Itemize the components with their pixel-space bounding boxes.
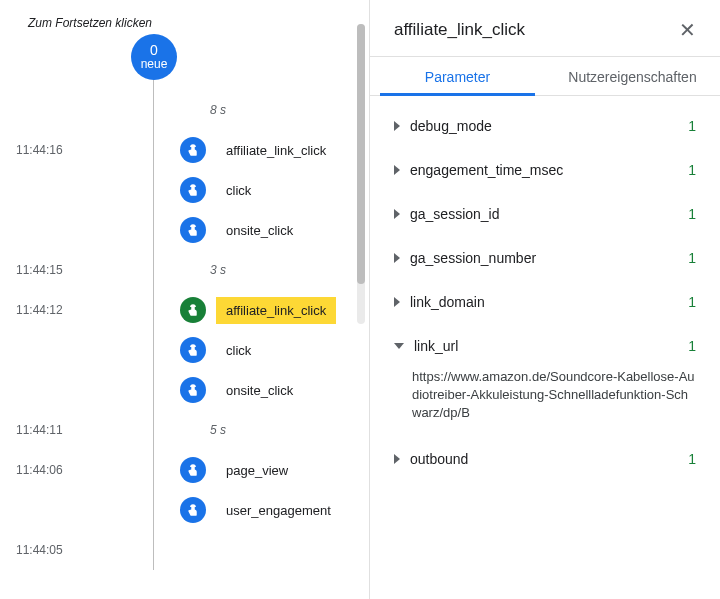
parameter-count: 1 — [688, 250, 696, 266]
chevron-right-icon — [394, 454, 400, 464]
timestamp: 11:44:06 — [16, 463, 76, 477]
parameter-row[interactable]: engagement_time_msec1 — [394, 148, 696, 192]
parameter-list: debug_mode1engagement_time_msec1ga_sessi… — [370, 96, 720, 489]
time-gap-label: 8 s — [210, 103, 226, 117]
touch-icon[interactable] — [180, 497, 206, 523]
parameter-count: 1 — [688, 118, 696, 134]
chevron-right-icon — [394, 121, 400, 131]
touch-icon[interactable] — [180, 177, 206, 203]
timestamp: 11:44:12 — [16, 303, 76, 317]
scrollbar-thumb[interactable] — [357, 24, 365, 284]
parameter-count: 1 — [688, 162, 696, 178]
event-item[interactable]: onsite_click — [216, 377, 303, 404]
event-item[interactable]: page_view — [216, 457, 298, 484]
parameter-name: ga_session_id — [410, 206, 500, 222]
touch-icon[interactable] — [180, 297, 206, 323]
event-item[interactable]: user_engagement — [216, 497, 341, 524]
timestamp: 11:44:05 — [16, 543, 76, 557]
timestamp: 11:44:15 — [16, 263, 76, 277]
parameter-row[interactable]: link_domain1 — [394, 280, 696, 324]
parameter-count: 1 — [688, 338, 696, 354]
close-icon[interactable]: ✕ — [679, 20, 696, 40]
parameter-row[interactable]: link_url1 — [394, 324, 696, 368]
parameter-count: 1 — [688, 451, 696, 467]
event-item[interactable]: click — [216, 337, 261, 364]
new-events-badge[interactable]: 0 neue — [131, 34, 177, 80]
chevron-right-icon — [394, 209, 400, 219]
tab-userprops[interactable]: Nutzereigenschaften — [545, 57, 720, 95]
scrollbar[interactable] — [357, 24, 365, 324]
touch-icon[interactable] — [180, 337, 206, 363]
parameter-name: debug_mode — [410, 118, 492, 134]
parameter-row[interactable]: debug_mode1 — [394, 104, 696, 148]
parameter-name: link_url — [414, 338, 458, 354]
detail-tabs: Parameter Nutzereigenschaften — [370, 57, 720, 96]
chevron-right-icon — [394, 253, 400, 263]
touch-icon[interactable] — [180, 377, 206, 403]
tab-parameter[interactable]: Parameter — [370, 57, 545, 95]
time-gap-label: 3 s — [210, 263, 226, 277]
detail-panel: affiliate_link_click ✕ Parameter Nutzere… — [370, 0, 720, 599]
chevron-right-icon — [394, 165, 400, 175]
parameter-name: outbound — [410, 451, 468, 467]
parameter-row[interactable]: ga_session_id1 — [394, 192, 696, 236]
parameter-name: link_domain — [410, 294, 485, 310]
parameter-row[interactable]: ga_session_number1 — [394, 236, 696, 280]
event-item[interactable]: affiliate_link_click — [216, 297, 336, 324]
resume-hint[interactable]: Zum Fortsetzen klicken — [28, 16, 369, 30]
timestamp: 11:44:11 — [16, 423, 76, 437]
event-item[interactable]: affiliate_link_click — [216, 137, 336, 164]
detail-title: affiliate_link_click — [394, 20, 525, 40]
parameter-name: ga_session_number — [410, 250, 536, 266]
timeline-panel: Zum Fortsetzen klicken 0 neue 8 s11:44:1… — [0, 0, 370, 599]
touch-icon[interactable] — [180, 137, 206, 163]
timestamp: 11:44:16 — [16, 143, 76, 157]
time-gap-label: 5 s — [210, 423, 226, 437]
parameter-row[interactable]: outbound1 — [394, 437, 696, 481]
parameter-value: https://www.amazon.de/Soundcore-Kabellos… — [412, 368, 696, 423]
event-item[interactable]: click — [216, 177, 261, 204]
touch-icon[interactable] — [180, 457, 206, 483]
event-item[interactable]: onsite_click — [216, 217, 303, 244]
touch-icon[interactable] — [180, 217, 206, 243]
chevron-right-icon — [394, 297, 400, 307]
parameter-count: 1 — [688, 206, 696, 222]
chevron-down-icon — [394, 343, 404, 349]
parameter-name: engagement_time_msec — [410, 162, 563, 178]
parameter-count: 1 — [688, 294, 696, 310]
